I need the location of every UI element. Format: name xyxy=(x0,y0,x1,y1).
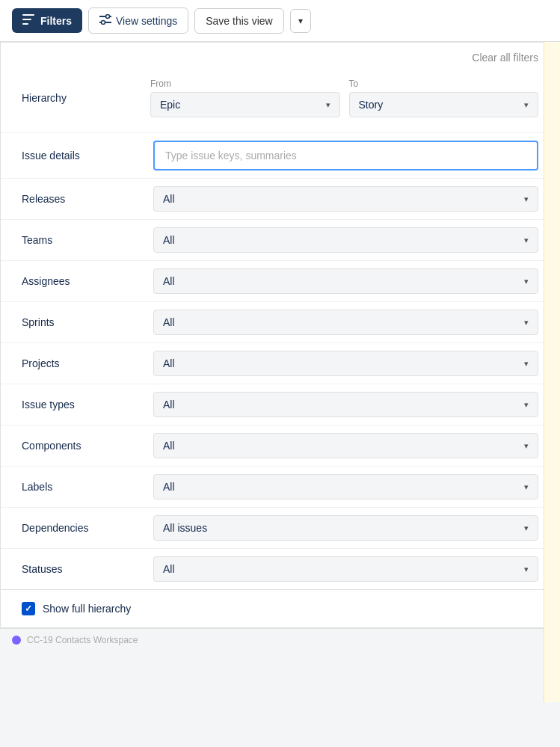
filters-button[interactable]: Filters xyxy=(12,8,82,33)
filter-select[interactable]: All▾ xyxy=(153,474,538,499)
filter-row: TeamsAll▾ xyxy=(1,219,559,260)
svg-rect-1 xyxy=(22,19,31,20)
view-settings-button[interactable]: View settings xyxy=(88,7,188,34)
filter-row: SprintsAll▾ xyxy=(1,301,559,342)
svg-rect-0 xyxy=(22,14,34,16)
clear-filters-row: Clear all filters xyxy=(1,43,559,70)
chevron-down-icon: ▾ xyxy=(326,100,330,110)
chevron-down-icon: ▾ xyxy=(524,194,529,204)
hierarchy-from-group: From Epic ▾ xyxy=(150,79,340,117)
filter-value: All xyxy=(163,440,175,452)
filter-select[interactable]: All▾ xyxy=(153,310,538,335)
svg-point-4 xyxy=(106,15,110,19)
filters-icon xyxy=(22,14,34,27)
filter-value: All xyxy=(163,234,175,246)
hierarchy-dropdowns: From Epic ▾ To Story ▾ xyxy=(150,79,538,117)
filter-value: All xyxy=(163,399,175,411)
filter-value: All xyxy=(163,563,175,575)
filter-value: All xyxy=(163,275,175,287)
filter-select[interactable]: All▾ xyxy=(153,268,538,294)
chevron-down-icon: ▾ xyxy=(524,277,529,286)
filter-row: AssigneesAll▾ xyxy=(1,260,559,301)
filter-label: Releases xyxy=(22,193,141,205)
filter-row: ReleasesAll▾ xyxy=(1,178,559,219)
yellow-highlight-strip xyxy=(544,42,560,702)
filter-value: All xyxy=(163,316,175,328)
hierarchy-from-label: From xyxy=(150,79,340,89)
issue-details-row: Issue details xyxy=(1,132,559,178)
filters-label: Filters xyxy=(40,15,72,27)
filter-label: Assignees xyxy=(22,275,141,287)
view-settings-icon xyxy=(99,14,111,27)
chevron-down-icon: ▾ xyxy=(524,318,529,328)
filter-label: Teams xyxy=(22,234,141,246)
chevron-down-icon: ▾ xyxy=(524,523,529,533)
filter-value: All xyxy=(163,357,175,369)
filter-select[interactable]: All▾ xyxy=(153,351,538,376)
hierarchy-from-value: Epic xyxy=(160,99,180,111)
chevron-down-icon: ▾ xyxy=(524,359,529,369)
hierarchy-row: Hierarchy From Epic ▾ To Story ▾ xyxy=(1,70,559,132)
filter-select[interactable]: All▾ xyxy=(153,392,538,417)
hierarchy-label: Hierarchy xyxy=(22,92,141,104)
clear-all-filters-label: Clear all filters xyxy=(472,52,538,64)
hierarchy-to-label: To xyxy=(349,79,539,89)
filter-select[interactable]: All▾ xyxy=(153,433,538,458)
svg-rect-2 xyxy=(22,23,28,25)
hierarchy-from-select[interactable]: Epic ▾ xyxy=(150,92,340,117)
show-full-hierarchy-label: Show full hierarchy xyxy=(43,603,131,615)
filter-select[interactable]: All issues▾ xyxy=(153,515,538,541)
filter-label: Dependencies xyxy=(22,522,141,534)
hierarchy-to-group: To Story ▾ xyxy=(349,79,539,117)
filter-select[interactable]: All▾ xyxy=(153,186,538,212)
filter-row: StatusesAll▾ xyxy=(1,548,559,589)
filter-value: All issues xyxy=(163,522,207,534)
svg-point-6 xyxy=(102,21,105,25)
bg-content-text: CC-19 Contacts Workspace xyxy=(27,635,138,645)
filter-label: Sprints xyxy=(22,316,141,328)
filter-panel: Clear all filters Hierarchy From Epic ▾ … xyxy=(0,42,560,628)
show-full-hierarchy-checkbox[interactable] xyxy=(22,602,35,615)
hierarchy-to-select[interactable]: Story ▾ xyxy=(349,92,539,117)
chevron-down-icon: ▾ xyxy=(524,565,529,574)
filter-value: All xyxy=(163,481,175,493)
filter-label: Labels xyxy=(22,481,141,493)
filter-row: ProjectsAll▾ xyxy=(1,342,559,384)
filter-value: All xyxy=(163,193,175,205)
filter-select[interactable]: All▾ xyxy=(153,556,538,582)
filter-label: Components xyxy=(22,440,141,452)
filter-label: Issue types xyxy=(22,399,141,411)
filter-row: DependenciesAll issues▾ xyxy=(1,507,559,548)
chevron-down-icon: ▾ xyxy=(524,100,529,110)
issue-details-control xyxy=(153,141,538,170)
issue-details-input[interactable] xyxy=(153,141,538,170)
save-view-button[interactable]: Save this view xyxy=(194,8,283,34)
filter-row: ComponentsAll▾ xyxy=(1,425,559,466)
chevron-down-icon: ▾ xyxy=(298,16,303,26)
chevron-down-icon: ▾ xyxy=(524,236,529,245)
filter-row: Issue typesAll▾ xyxy=(1,384,559,425)
filter-rows-container: ReleasesAll▾TeamsAll▾AssigneesAll▾Sprint… xyxy=(1,178,559,589)
bg-content-row: CC-19 Contacts Workspace xyxy=(0,628,560,651)
hierarchy-to-value: Story xyxy=(359,99,384,111)
clear-all-filters-button[interactable]: Clear all filters xyxy=(472,52,538,64)
chevron-down-icon: ▾ xyxy=(524,441,529,451)
view-settings-label: View settings xyxy=(116,15,177,27)
filter-label: Statuses xyxy=(22,563,141,575)
filter-select[interactable]: All▾ xyxy=(153,227,538,253)
chevron-down-icon: ▾ xyxy=(524,400,529,410)
issue-details-label: Issue details xyxy=(22,150,141,162)
filter-label: Projects xyxy=(22,357,141,369)
filter-row: LabelsAll▾ xyxy=(1,466,559,507)
purple-dot-icon xyxy=(12,636,21,645)
show-full-hierarchy-row: Show full hierarchy xyxy=(1,589,559,627)
save-view-label: Save this view xyxy=(206,15,272,27)
chevron-down-icon: ▾ xyxy=(524,482,529,492)
toolbar: Filters View settings Save this view ▾ xyxy=(0,0,560,42)
save-view-dropdown-button[interactable]: ▾ xyxy=(290,9,311,33)
